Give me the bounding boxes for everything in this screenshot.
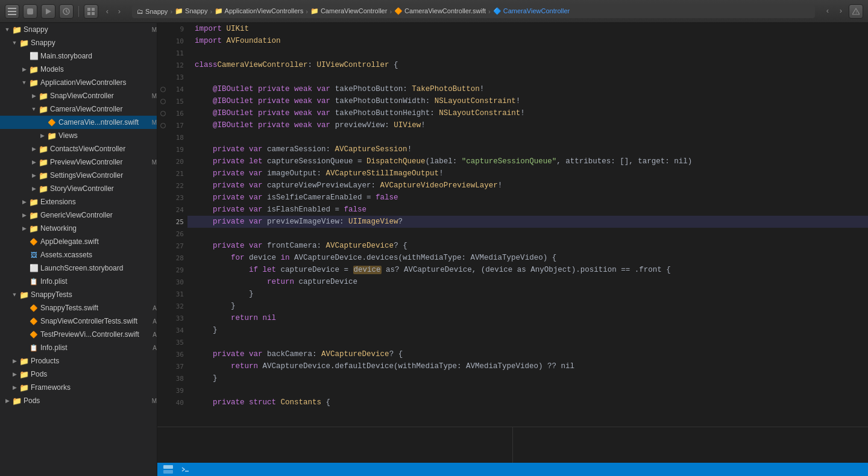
grid-btn[interactable] (84, 4, 98, 19)
breadcrumb-snappy-1[interactable]: 🗂 Snappy (137, 8, 168, 15)
gutter-15[interactable] (157, 95, 168, 107)
sidebar-item-pods-root[interactable]: ▶ 📁 Pods M (0, 394, 157, 407)
code-line-33[interactable]: return nil (187, 312, 868, 324)
ln-19: 19 (168, 143, 187, 155)
sidebar-item-main-storyboard[interactable]: ⬜ Main.storyboard (0, 49, 157, 63)
code-line-18[interactable] (187, 131, 868, 143)
sidebar-item-snappytests-swift[interactable]: 🔶 SnappyTests.swift A (0, 301, 157, 315)
breadcrumb-appvc[interactable]: 📁 ApplicationViewControllers (215, 7, 303, 15)
gutter-14[interactable] (157, 83, 168, 95)
folder-icon: 📁 (19, 290, 29, 299)
gutter-17[interactable] (157, 119, 168, 131)
code-line-27[interactable]: private var frontCamera: AVCaptureDevice… (187, 240, 868, 252)
storyboard-icon: ⬜ (29, 263, 39, 273)
code-line-21[interactable]: private var imageOutput: AVCaptureStillI… (187, 168, 868, 180)
jump-back-btn[interactable]: ‹ (822, 4, 833, 17)
code-line-17[interactable]: @IBOutlet private weak var previewView: … (187, 119, 868, 131)
code-line-26[interactable] (187, 228, 868, 240)
code-line-35[interactable] (187, 336, 868, 348)
code-line-15[interactable]: @IBOutlet private weak var takePhotoButt… (187, 95, 868, 107)
debug-console-btn[interactable] (179, 463, 191, 475)
sidebar-item-pods[interactable]: ▶ 📁 Pods (0, 368, 157, 381)
sidebar-item-contactsvc[interactable]: ▶ 📁 ContactsViewController (0, 142, 157, 155)
code-line-30[interactable]: return captureDevice (187, 276, 868, 288)
sidebar-item-cameravc-folder[interactable]: ▼ 📁 CameraViewController (0, 102, 157, 116)
code-line-40[interactable]: private struct Constants { (187, 396, 868, 409)
sidebar-item-storyvc[interactable]: ▶ 📁 StoryViewController (0, 182, 157, 195)
gutter-12 (157, 59, 168, 71)
folder-icon: 📁 (39, 91, 48, 101)
code-line-32[interactable]: } (187, 300, 868, 312)
sidebar-label: PreviewViewController (50, 158, 149, 166)
sidebar-item-assets[interactable]: 🖼 Assets.xcassets (0, 248, 157, 261)
code-line-31[interactable]: } (187, 288, 868, 300)
code-line-37[interactable]: return AVCaptureDevice.defaultDevice(wit… (187, 360, 868, 372)
code-line-25[interactable]: private var previewImageView: UIImageVie… (187, 216, 868, 228)
code-line-36[interactable]: private var backCamera: AVCaptureDevice?… (187, 348, 868, 360)
gutter-16[interactable] (157, 107, 168, 119)
code-container: 9 10 11 12 13 14 15 16 17 18 19 20 21 22… (157, 23, 868, 427)
sidebar-item-frameworks[interactable]: ▶ 📁 Frameworks (0, 381, 157, 394)
nav-back-btn[interactable]: ‹ (102, 5, 113, 18)
code-line-10[interactable]: import AVFoundation (187, 35, 868, 47)
sidebar-item-launchscreen[interactable]: ⬜ LaunchScreen.storyboard (0, 261, 157, 275)
code-line-23[interactable]: private var isSelfieCameraEnabled = fals… (187, 192, 868, 204)
warning-btn[interactable]: ! (849, 4, 863, 19)
run-btn[interactable] (41, 4, 55, 19)
spacer (19, 343, 29, 352)
jump-forward-btn[interactable]: › (835, 4, 846, 17)
sidebar-item-products[interactable]: ▶ 📁 Products (0, 354, 157, 368)
code-line-13[interactable] (187, 71, 868, 83)
code-line-38[interactable]: } (187, 372, 868, 384)
sidebar-toggle-btn[interactable] (5, 4, 19, 19)
code-line-20[interactable]: private let captureSessionQueue = Dispat… (187, 155, 868, 168)
code-line-16[interactable]: @IBOutlet private weak var takePhotoButt… (187, 107, 868, 119)
sidebar-item-infoplist[interactable]: 📋 Info.plist (0, 275, 157, 288)
code-line-9[interactable]: import UIKit (187, 23, 868, 35)
sidebar-item-snapvctests[interactable]: 🔶 SnapViewControllerTests.swift A (0, 315, 157, 328)
sidebar-item-testpreviewvc[interactable]: 🔶 TestPreviewVi...Controller.swift A (0, 328, 157, 341)
stop-btn[interactable] (23, 4, 37, 19)
sidebar-item-appvc[interactable]: ▼ 📁 ApplicationViewControllers (0, 76, 157, 89)
breadcrumb-snappy-2[interactable]: 📁 Snappy (175, 7, 207, 15)
gutter-21 (157, 168, 168, 180)
debug-toggle-btn[interactable] (162, 463, 174, 475)
sidebar-item-models[interactable]: ▶ 📁 Models (0, 63, 157, 76)
code-line-39[interactable] (187, 384, 868, 396)
sidebar-item-previewvc[interactable]: ▶ 📁 PreviewViewController M (0, 155, 157, 169)
sidebar-item-snappytests[interactable]: ▼ 📁 SnappyTests (0, 288, 157, 301)
scheme-btn[interactable] (59, 4, 74, 19)
code-line-24[interactable]: private var isFlashEnabled = false (187, 204, 868, 216)
folder-icon: 📁 (47, 131, 57, 140)
gutter-23 (157, 192, 168, 204)
code-line-12[interactable]: class CameraViewController: UIViewContro… (187, 59, 868, 71)
code-line-19[interactable]: private var cameraSession: AVCaptureSess… (187, 143, 868, 155)
code-line-14[interactable]: @IBOutlet private weak var takePhotoButt… (187, 83, 868, 95)
code-line-29[interactable]: if let captureDevice = device as? AVCapt… (187, 264, 868, 276)
sidebar-item-cameravc-swift[interactable]: 🔶 CameraVie...ntroller.swift M (0, 116, 157, 129)
ln-16: 16 (168, 107, 187, 119)
code-line-22[interactable]: private var captureViewPreviewLayer: AVC… (187, 180, 868, 192)
sidebar-item-infoplist-tests[interactable]: 📋 Info.plist A (0, 341, 157, 354)
badge: M (152, 93, 157, 99)
sidebar-label: AppDelegate.swift (40, 237, 157, 246)
sidebar-item-snappy-group[interactable]: ▼ 📁 Snappy (0, 36, 157, 49)
sidebar-item-extensions[interactable]: ▶ 📁 Extensions (0, 195, 157, 208)
nav-forward-btn[interactable]: › (114, 5, 125, 18)
code-line-11[interactable] (187, 47, 868, 59)
sidebar-item-appdelegate[interactable]: 🔶 AppDelegate.swift (0, 235, 157, 248)
sidebar-item-snapvc[interactable]: ▶ 📁 SnapViewController M (0, 89, 157, 102)
breadcrumb-cameravc-class[interactable]: 🔷 CameraViewController (493, 7, 570, 15)
breadcrumb-cameravc-file[interactable]: 🔶 CameraViewController.swift (394, 7, 486, 15)
breadcrumb-cameravc-folder[interactable]: 📁 CameraViewController (310, 7, 388, 15)
code-line-34[interactable]: } (187, 324, 868, 336)
code-line-28[interactable]: for device in AVCaptureDevice.devices(wi… (187, 252, 868, 264)
code-editor[interactable]: import UIKit import AVFoundation class C… (187, 23, 868, 427)
sidebar-item-snappy-root[interactable]: ▼ 📁 Snappy M (0, 23, 157, 36)
sidebar-label: GenericViewController (40, 211, 157, 219)
sidebar-label: Networking (40, 224, 157, 233)
sidebar-item-views[interactable]: ▶ 📁 Views (0, 129, 157, 142)
sidebar-item-genericvc[interactable]: ▶ 📁 GenericViewController (0, 208, 157, 222)
sidebar-item-settingsvc[interactable]: ▶ 📁 SettingsViewController (0, 169, 157, 182)
sidebar-item-networking[interactable]: ▶ 📁 Networking (0, 222, 157, 235)
